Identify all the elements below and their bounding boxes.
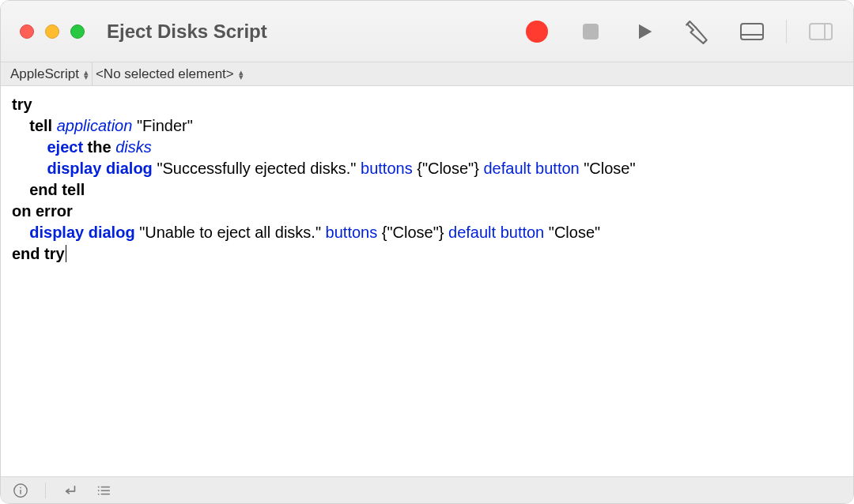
language-label: AppleScript bbox=[10, 66, 79, 82]
list-icon bbox=[96, 483, 111, 498]
stop-button[interactable] bbox=[577, 18, 604, 45]
element-popup[interactable]: <No selected element> ▴▾ bbox=[93, 62, 247, 85]
window-minimize-button[interactable] bbox=[45, 24, 59, 39]
toolbar bbox=[523, 18, 834, 45]
stop-icon bbox=[583, 24, 599, 39]
right-panel-icon bbox=[809, 23, 833, 40]
run-button[interactable] bbox=[631, 18, 658, 45]
compile-button[interactable] bbox=[685, 18, 712, 45]
token-the: the bbox=[88, 138, 111, 156]
hammer-icon bbox=[685, 18, 712, 45]
record-button[interactable] bbox=[523, 18, 550, 45]
svg-rect-0 bbox=[741, 24, 763, 39]
bottom-panel-icon bbox=[740, 23, 764, 40]
window-close-button[interactable] bbox=[20, 24, 34, 39]
token-default-button: default button bbox=[483, 160, 579, 177]
svg-point-7 bbox=[98, 486, 100, 487]
token-tell: tell bbox=[29, 117, 52, 134]
list-close: {"Close"} bbox=[417, 160, 479, 177]
script-editor-window: Eject Disks Script bbox=[0, 0, 854, 504]
token-default-button: default button bbox=[448, 224, 544, 241]
window-zoom-button[interactable] bbox=[70, 24, 85, 39]
token-display-dialog: display dialog bbox=[47, 160, 152, 177]
token-display-dialog: display dialog bbox=[29, 224, 134, 241]
token-buttons: buttons bbox=[361, 160, 413, 177]
string-error: "Unable to eject all disks." bbox=[139, 224, 321, 241]
navigation-bar: AppleScript ▴▾ <No selected element> ▴▾ bbox=[1, 62, 853, 86]
string-close: "Close" bbox=[584, 160, 635, 177]
token-application: application bbox=[57, 117, 133, 134]
svg-rect-2 bbox=[810, 24, 832, 39]
record-icon bbox=[526, 21, 548, 43]
status-bar bbox=[1, 476, 853, 503]
chevron-updown-icon: ▴▾ bbox=[84, 70, 89, 79]
log-toggle[interactable] bbox=[95, 482, 112, 499]
list-close: {"Close"} bbox=[382, 224, 444, 241]
element-label: <No selected element> bbox=[96, 66, 234, 82]
description-toggle[interactable] bbox=[12, 482, 29, 499]
string-close: "Close" bbox=[549, 224, 600, 241]
string-finder: "Finder" bbox=[137, 117, 193, 134]
titlebar: Eject Disks Script bbox=[1, 1, 853, 62]
show-panel-button[interactable] bbox=[739, 18, 765, 45]
text-caret bbox=[66, 245, 66, 262]
token-on-error: on error bbox=[12, 202, 73, 220]
traffic-lights bbox=[20, 24, 85, 39]
window-title: Eject Disks Script bbox=[107, 21, 267, 43]
token-disks: disks bbox=[115, 138, 152, 156]
statusbar-separator bbox=[45, 483, 46, 498]
svg-point-5 bbox=[20, 487, 21, 488]
token-eject: eject bbox=[47, 138, 83, 156]
svg-point-11 bbox=[98, 493, 100, 495]
info-icon bbox=[13, 483, 28, 498]
token-end-try: end try bbox=[12, 245, 65, 262]
token-buttons: buttons bbox=[326, 224, 378, 241]
return-icon bbox=[62, 483, 78, 498]
token-try: try bbox=[12, 96, 32, 113]
result-toggle[interactable] bbox=[62, 482, 79, 499]
chevron-updown-icon: ▴▾ bbox=[239, 70, 244, 79]
string-success: "Successfully ejected disks." bbox=[157, 160, 356, 177]
play-icon bbox=[633, 21, 656, 43]
show-sidebar-button[interactable] bbox=[807, 18, 834, 45]
code-editor[interactable]: try tell application "Finder" eject the … bbox=[1, 86, 853, 476]
token-end-tell: end tell bbox=[29, 181, 85, 198]
svg-point-9 bbox=[98, 490, 100, 491]
language-popup[interactable]: AppleScript ▴▾ bbox=[7, 62, 93, 85]
toolbar-separator bbox=[786, 20, 787, 43]
